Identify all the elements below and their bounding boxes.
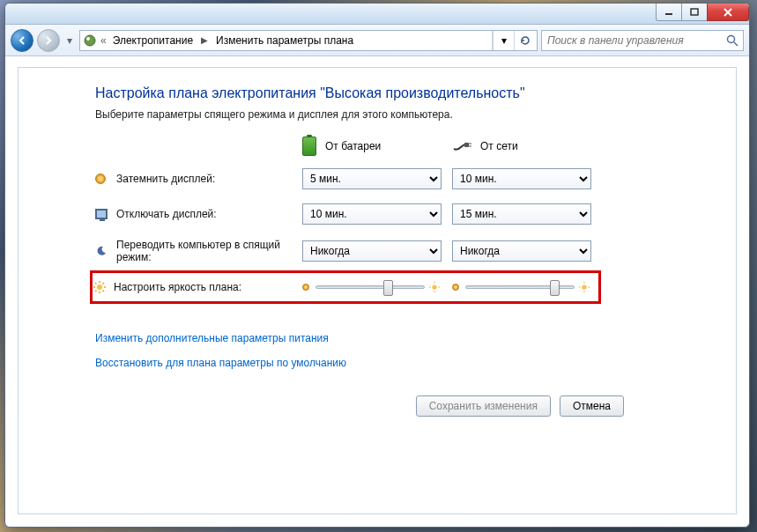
col-battery-label: От батареи <box>325 140 381 152</box>
row-turn-off-display: Отключать дисплей: 10 мин. 15 мин. <box>95 203 659 225</box>
sun-low-icon <box>449 281 462 293</box>
sleep-battery-select[interactable]: Никогда <box>302 240 442 262</box>
link-advanced-settings[interactable]: Изменить дополнительные параметры питани… <box>95 332 659 344</box>
svg-line-16 <box>95 283 97 284</box>
svg-point-11 <box>97 284 102 290</box>
svg-line-17 <box>103 291 105 292</box>
label-dim: Затемнить дисплей: <box>116 173 302 185</box>
sun-high-icon <box>578 281 590 293</box>
off-battery-select[interactable]: 10 мин. <box>302 203 442 225</box>
breadcrumb-editplan[interactable]: Изменить параметры плана <box>212 33 357 48</box>
navigation-bar: ▾ « Электропитание ▶ Изменить параметры … <box>5 25 749 56</box>
breadcrumb-power[interactable]: Электропитание <box>109 33 197 48</box>
slider-thumb[interactable] <box>383 280 393 296</box>
dim-battery-select[interactable]: 5 мин. <box>302 168 442 189</box>
svg-point-20 <box>432 284 436 289</box>
address-bar-buttons: ▾ <box>492 31 535 50</box>
label-brightness: Настроить яркость плана: <box>114 281 300 293</box>
titlebar[interactable] <box>5 4 749 25</box>
label-off: Отключать дисплей: <box>116 208 302 220</box>
ac-plug-icon <box>452 140 471 152</box>
sun-low-icon <box>300 281 312 293</box>
svg-rect-8 <box>464 143 469 147</box>
svg-rect-1 <box>691 9 698 15</box>
dim-ac-select[interactable]: 10 мин. <box>452 168 591 189</box>
link-restore-defaults[interactable]: Восстановить для плана параметры по умол… <box>95 357 659 369</box>
column-headers: От батареи От сети <box>95 137 659 156</box>
svg-point-5 <box>86 37 90 41</box>
col-ac-label: От сети <box>480 140 518 152</box>
minimize-button[interactable] <box>656 4 682 21</box>
brightness-icon <box>93 280 114 294</box>
close-button[interactable] <box>707 4 749 21</box>
breadcrumb-chevron-icon[interactable]: ▶ <box>198 35 211 45</box>
slider-track[interactable] <box>465 285 575 289</box>
brightness-slider-battery[interactable] <box>300 281 441 293</box>
address-bar[interactable]: « Электропитание ▶ Изменить параметры пл… <box>79 30 538 51</box>
control-panel-icon <box>82 33 98 48</box>
maximize-button[interactable] <box>681 4 708 21</box>
search-input[interactable] <box>545 33 725 48</box>
cancel-button[interactable]: Отмена <box>560 395 624 417</box>
sleep-ac-select[interactable]: Никогда <box>452 240 591 262</box>
search-icon[interactable] <box>725 33 739 48</box>
back-button[interactable] <box>11 29 33 52</box>
battery-icon <box>302 137 316 156</box>
address-dropdown-button[interactable]: ▾ <box>493 31 514 50</box>
svg-line-18 <box>95 291 97 292</box>
off-ac-select[interactable]: 15 мин. <box>452 203 591 225</box>
search-box[interactable] <box>541 30 744 51</box>
button-row: Сохранить изменения Отмена <box>95 395 659 417</box>
page-subtitle: Выберите параметры спящего режима и дисп… <box>95 108 659 121</box>
row-sleep: Переводить компьютер в спящий режим: Ник… <box>95 239 659 263</box>
monitor-icon <box>95 209 108 219</box>
moon-icon <box>95 245 116 257</box>
brightness-slider-ac[interactable] <box>449 281 590 293</box>
nav-history-dropdown[interactable]: ▾ <box>63 34 76 47</box>
svg-point-4 <box>85 35 95 46</box>
slider-thumb[interactable] <box>550 280 560 296</box>
row-dim-display: Затемнить дисплей: 5 мин. 10 мин. <box>95 168 659 189</box>
row-brightness: Настроить яркость плана: <box>93 280 598 294</box>
links-section: Изменить дополнительные параметры питани… <box>95 332 659 369</box>
label-sleep: Переводить компьютер в спящий режим: <box>116 239 302 263</box>
breadcrumb-back-chevron[interactable]: « <box>100 34 108 47</box>
slider-track[interactable] <box>315 285 425 289</box>
content-panel: Настройка плана электропитания "Высокая … <box>18 67 737 514</box>
window-controls <box>656 4 749 21</box>
refresh-button[interactable] <box>514 31 535 50</box>
svg-line-19 <box>103 283 105 284</box>
svg-point-6 <box>728 35 735 42</box>
forward-button[interactable] <box>37 29 60 52</box>
svg-point-25 <box>582 284 586 289</box>
dim-icon <box>95 174 106 184</box>
save-button[interactable]: Сохранить изменения <box>416 395 551 417</box>
window-frame: ▾ « Электропитание ▶ Изменить параметры … <box>4 3 750 528</box>
sun-high-icon <box>428 281 441 293</box>
svg-line-7 <box>734 42 738 46</box>
page-title: Настройка плана электропитания "Высокая … <box>95 85 659 101</box>
highlight-box: Настроить яркость плана: <box>90 270 601 304</box>
